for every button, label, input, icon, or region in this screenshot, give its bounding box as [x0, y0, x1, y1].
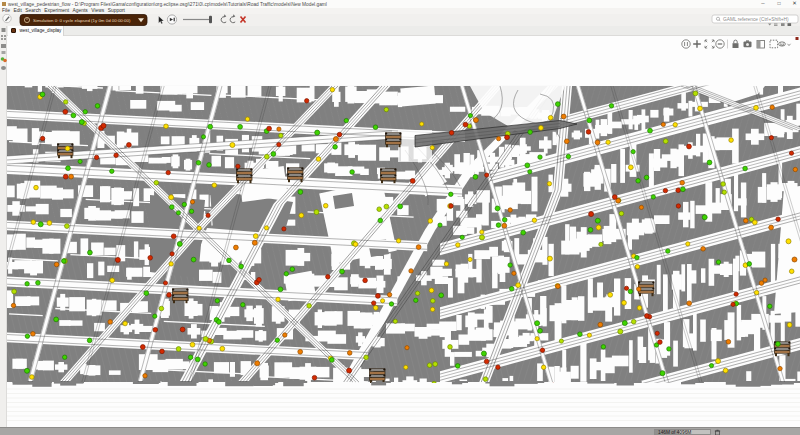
svg-text:Simulation 0: 0 cycle elapsed: Simulation 0: 0 cycle elapsed (1y 0m 0d …: [33, 18, 131, 23]
